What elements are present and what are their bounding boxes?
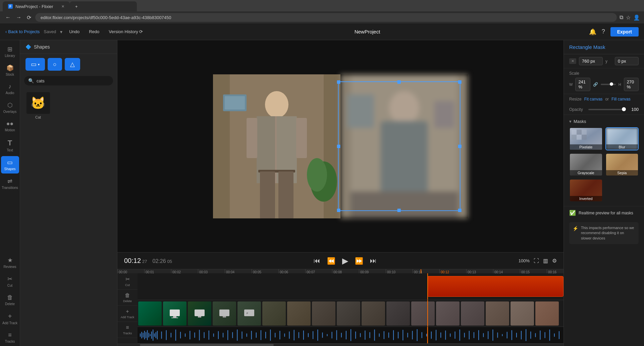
svg-rect-114 (488, 331, 488, 339)
svg-rect-113 (483, 333, 484, 337)
selection-handle-lm[interactable] (337, 145, 340, 148)
selection-box[interactable] (338, 81, 461, 211)
track-action-cut[interactable]: ✂ Cut (117, 273, 138, 290)
sidebar-item-audio[interactable]: ♪ Audio (1, 80, 19, 97)
sidebar-item-transitions[interactable]: ⇌ Transitions (1, 175, 19, 192)
new-tab-btn[interactable]: + (70, 1, 137, 11)
sidebar-item-tracks[interactable]: ≡ Tracks (1, 329, 19, 346)
scale-slider[interactable] (601, 84, 616, 85)
sidebar-item-shapes[interactable]: ▭ Shapes (1, 156, 19, 174)
sidebar-item-text[interactable]: T Text (1, 136, 19, 155)
tracks-content: ✂ Cut 🗑 Delete + Add Track ≡ (117, 273, 564, 344)
sidebar-item-cut[interactable]: ✂ Cut (1, 273, 19, 290)
selection-handle-tr[interactable] (458, 80, 462, 84)
reload-btn[interactable]: ⟳ (25, 13, 33, 22)
x-close-btn[interactable]: ✕ (569, 58, 576, 64)
extensions-icon[interactable]: ⧉ (620, 14, 623, 20)
sidebar-item-add-track[interactable]: + Add Track (1, 310, 19, 328)
selection-handle-rm[interactable] (458, 145, 462, 148)
play-btn[interactable]: ▶ (341, 255, 350, 267)
track-action-delete[interactable]: 🗑 Delete (117, 290, 138, 306)
shapes-header-title: Shapes (34, 44, 50, 50)
skip-to-start-btn[interactable]: ⏮ (312, 256, 322, 266)
monitor-icon-1 (168, 307, 181, 320)
center-area: 00:12 27 02:26 05 ⏮ ⏪ ▶ ⏩ ⏭ 100% ⛶ ▥ (117, 40, 564, 346)
mask-pixelate[interactable]: Pixelate (569, 127, 603, 150)
profile-icon[interactable]: 👤 (633, 14, 640, 21)
svg-rect-40 (151, 332, 152, 339)
selection-handle-br[interactable] (458, 209, 462, 212)
svg-rect-44 (157, 331, 158, 339)
triangle-shape-btn[interactable]: △ (65, 58, 80, 71)
rewind-btn[interactable]: ⏪ (326, 256, 337, 266)
skip-to-end-btn[interactable]: ⏭ (369, 256, 378, 266)
selection-handle-bm[interactable] (397, 209, 401, 212)
mask-grayscale[interactable]: Grayscale (569, 153, 603, 176)
timeline-scrollbar[interactable] (117, 344, 564, 346)
saved-dropdown-icon[interactable]: ▾ (60, 29, 62, 34)
fast-forward-btn[interactable]: ⏩ (354, 256, 365, 266)
sidebar-item-motion[interactable]: ●● Motion (1, 118, 19, 135)
notifications-icon[interactable]: 🔔 (589, 28, 596, 36)
bookmark-icon[interactable]: ☆ (626, 14, 631, 21)
export-btn[interactable]: Export (610, 27, 639, 37)
tab-close-btn[interactable]: ✕ (61, 4, 64, 9)
timeline-ruler[interactable]: 00:00 00:01 00:02 00:03 00:04 00:05 00:0… (117, 269, 564, 273)
red-clip[interactable] (427, 276, 564, 297)
version-history-btn[interactable]: Version History ⟳ (106, 28, 146, 36)
address-bar[interactable] (35, 13, 617, 22)
scale-link-icon[interactable]: 🔗 (593, 82, 598, 87)
mask-sepia[interactable]: Sepia (605, 153, 639, 176)
h-value-box[interactable]: 270 % (624, 78, 639, 91)
settings-btn[interactable]: ⚙ (552, 258, 557, 264)
svg-rect-123 (530, 332, 531, 339)
svg-rect-86 (355, 332, 356, 339)
svg-rect-96 (402, 330, 403, 340)
rectangle-shape-btn[interactable]: ▭ ▾ (25, 58, 45, 71)
search-input[interactable] (37, 78, 109, 83)
selection-handle-tl[interactable] (337, 80, 340, 84)
forward-btn[interactable]: → (15, 13, 23, 22)
mask-inverted[interactable]: Inverted (569, 179, 603, 202)
x-value-box[interactable]: 760 px (579, 57, 603, 65)
opacity-slider[interactable] (588, 109, 626, 110)
scale-slider-knob[interactable] (610, 82, 613, 86)
svg-rect-80 (327, 334, 327, 336)
text-icon: T (8, 139, 12, 147)
svg-rect-45 (161, 332, 162, 339)
sidebar-item-library[interactable]: ⊞ Library (1, 43, 19, 60)
list-item[interactable]: 🐱 Cat (24, 92, 52, 119)
sidebar-item-delete[interactable]: 🗑 Delete (1, 291, 19, 308)
library-icon: ⊞ (7, 46, 12, 53)
circle-shape-btn[interactable]: ○ (48, 58, 62, 71)
svg-rect-47 (171, 333, 171, 338)
sidebar-item-overlays[interactable]: ⬡ Overlays (1, 99, 19, 116)
undo-btn[interactable]: Undo (66, 28, 82, 36)
split-view-btn[interactable]: ▥ (543, 258, 548, 264)
selection-handle-tm[interactable] (397, 80, 401, 84)
svg-rect-74 (299, 332, 299, 338)
video-thumb-13 (461, 301, 484, 326)
back-btn[interactable]: ← (4, 13, 12, 22)
sidebar-item-reviews[interactable]: ★ Reviews (1, 254, 19, 271)
svg-rect-35 (144, 331, 145, 339)
sidebar-label-stock: Stock (6, 73, 14, 76)
back-to-projects-btn[interactable]: ‹ Back to Projects (5, 29, 40, 34)
opacity-knob[interactable] (622, 107, 626, 111)
track-action-add[interactable]: + Add Track (117, 306, 138, 322)
svg-rect-46 (166, 330, 167, 340)
fit-canvas-btn[interactable]: Fit canvas (584, 97, 603, 101)
fullscreen-btn[interactable]: ⛶ (534, 258, 539, 264)
redo-btn[interactable]: Redo (86, 28, 102, 36)
svg-rect-22 (170, 309, 180, 316)
sidebar-item-stock[interactable]: 📦 Stock (1, 62, 19, 79)
y-value-box[interactable]: 0 px (615, 57, 639, 65)
w-value-box[interactable]: 241 % (575, 78, 590, 91)
selection-handle-bl[interactable] (337, 209, 340, 212)
position-row: ✕ 760 px y 0 px (564, 54, 644, 68)
help-icon[interactable]: ? (602, 28, 605, 35)
mask-blur[interactable]: Blur (605, 127, 639, 150)
track-action-tracks[interactable]: ≡ Tracks (117, 322, 138, 338)
fill-canvas-btn[interactable]: Fill canvas (611, 97, 631, 101)
scrollbar-thumb[interactable] (140, 344, 274, 346)
